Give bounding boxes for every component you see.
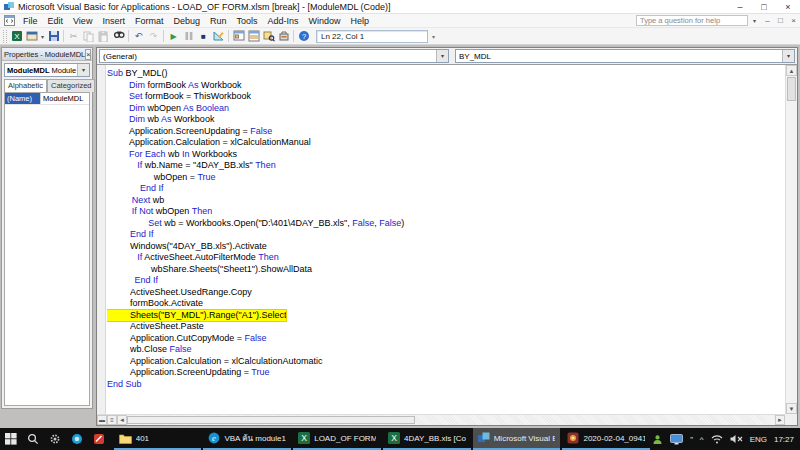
view-excel-icon[interactable]: X <box>9 29 24 44</box>
ime-quotes-icon[interactable]: ” <box>690 435 693 444</box>
insert-userform-icon[interactable] <box>24 29 39 44</box>
scroll-down-icon[interactable]: ▼ <box>786 403 797 414</box>
code-line[interactable]: End If <box>107 183 785 195</box>
help-icon[interactable]: ? <box>296 29 311 44</box>
menu-format[interactable]: Format <box>130 14 169 28</box>
settings-gear-icon[interactable] <box>44 428 66 450</box>
code-line[interactable]: Application.Calculation = xlCalculationA… <box>107 356 785 368</box>
code-line[interactable]: Next wb <box>107 195 785 207</box>
child-restore-icon[interactable]: □ <box>774 14 787 28</box>
vertical-scroll-thumb[interactable] <box>787 77 796 101</box>
properties-window-icon[interactable] <box>246 29 261 44</box>
network-icon[interactable] <box>711 434 723 444</box>
code-line[interactable]: wbShare.Sheets("Sheet1").ShowAllData <box>107 264 785 276</box>
code-editor[interactable]: Sub BY_MDL()Dim formBook As WorkbookSet … <box>107 65 785 414</box>
tray-expand-chevron-icon[interactable]: ^ <box>700 435 704 444</box>
object-dropdown[interactable]: (General) ▾ <box>99 49 449 63</box>
code-line[interactable]: Application.CutCopyMode = False <box>107 333 785 345</box>
toolbox-icon[interactable] <box>276 29 291 44</box>
scroll-left-icon[interactable]: ◄ <box>117 415 127 425</box>
code-line[interactable]: wbOpen = True <box>107 172 785 184</box>
display-icon[interactable] <box>670 434 683 445</box>
property-value-cell[interactable]: ModuleMDL <box>41 93 89 104</box>
help-search-input[interactable]: Type a question for help <box>636 15 748 26</box>
margin-indicator-bar[interactable] <box>97 65 106 414</box>
taskbar-item-photo-viewer[interactable]: 2020-02-04_094142.jp... <box>562 428 650 450</box>
object-selector-dropdown-icon[interactable]: ▾ <box>77 64 89 76</box>
code-line[interactable]: Set formBook = ThisWorkbook <box>107 91 785 103</box>
property-row[interactable]: (Name) ModuleMDL <box>5 93 89 105</box>
code-line[interactable]: ActiveSheet.Paste <box>107 321 785 333</box>
menu-insert[interactable]: Insert <box>97 14 130 28</box>
menu-file[interactable]: File <box>18 14 43 28</box>
clock[interactable]: 17:27 <box>774 435 794 444</box>
tab-alphabetic[interactable]: Alphabetic <box>4 79 47 92</box>
people-icon[interactable] <box>652 434 663 445</box>
code-line[interactable]: End Sub <box>107 379 785 391</box>
pinned-app-red-icon[interactable] <box>88 428 110 450</box>
copy-icon[interactable] <box>81 29 96 44</box>
code-line[interactable]: End If <box>107 275 785 287</box>
code-line[interactable]: Set wb = Workbooks.Open("D:\401\4DAY_BB.… <box>107 218 785 230</box>
close-icon[interactable]: × <box>776 0 800 13</box>
code-line[interactable]: Sub BY_MDL() <box>107 68 785 80</box>
menu-run[interactable]: Run <box>205 14 232 28</box>
menu-edit[interactable]: Edit <box>43 14 69 28</box>
pinned-app-blue-icon[interactable] <box>66 428 88 450</box>
properties-panel-header[interactable]: Properties - ModuleMDL × <box>2 48 92 61</box>
object-browser-icon[interactable] <box>261 29 276 44</box>
menu-tools[interactable]: Tools <box>231 14 262 28</box>
full-module-view-icon[interactable]: ≡ <box>107 415 117 425</box>
menu-help[interactable]: Help <box>346 14 375 28</box>
toolbar-grip[interactable] <box>3 30 7 43</box>
code-line[interactable]: For Each wb In Workbooks <box>107 149 785 161</box>
code-line[interactable]: Dim wb As Workbook <box>107 114 785 126</box>
undo-icon[interactable]: ↶ <box>131 29 146 44</box>
help-dropdown-icon[interactable]: ▾ <box>748 14 761 28</box>
reset-icon[interactable]: ■ <box>196 29 211 44</box>
design-mode-icon[interactable] <box>211 29 226 44</box>
vertical-scroll-track[interactable] <box>786 102 797 403</box>
taskbar-item-edge-browser[interactable]: e VBA ค้น module1 และ... <box>203 428 291 450</box>
minimize-icon[interactable]: – <box>728 0 752 13</box>
code-line[interactable]: wb.Close False <box>107 344 785 356</box>
project-explorer-icon[interactable] <box>231 29 246 44</box>
procedure-view-icon[interactable]: ▬ <box>97 415 107 425</box>
toolbar-options-icon[interactable]: ▾ <box>432 33 435 40</box>
horizontal-scroll-track[interactable] <box>415 415 775 425</box>
maximize-icon[interactable]: □ <box>752 0 776 13</box>
volume-muted-icon[interactable] <box>730 434 743 444</box>
code-line[interactable]: If ActiveSheet.AutoFilterMode Then <box>107 252 785 264</box>
break-icon[interactable] <box>181 29 196 44</box>
insert-dropdown-icon[interactable]: ▾ <box>39 33 46 40</box>
paste-icon[interactable] <box>96 29 111 44</box>
child-minimize-icon[interactable]: – <box>761 14 774 28</box>
code-line[interactable]: Sheets("BY_MDL").Range("A1").Select <box>107 310 785 322</box>
horizontal-scroll-thumb[interactable] <box>127 416 415 424</box>
code-line[interactable]: Application.Calculation = xlCalculationM… <box>107 137 785 149</box>
code-line[interactable]: Dim wbOpen As Boolean <box>107 103 785 115</box>
menu-view[interactable]: View <box>68 14 97 28</box>
language-indicator[interactable]: ENG <box>750 435 767 444</box>
procedure-dropdown-icon[interactable]: ▾ <box>782 50 794 62</box>
scroll-right-icon[interactable]: ► <box>775 415 785 425</box>
object-dropdown-icon[interactable]: ▾ <box>436 50 448 62</box>
menu-addins[interactable]: Add-Ins <box>262 14 303 28</box>
cut-icon[interactable]: ✂ <box>66 29 81 44</box>
search-icon[interactable] <box>22 428 44 450</box>
child-close-icon[interactable]: × <box>787 14 800 28</box>
menu-window[interactable]: Window <box>304 14 346 28</box>
tab-categorized[interactable]: Categorized <box>47 79 95 92</box>
scroll-up-icon[interactable]: ▲ <box>786 65 797 76</box>
code-line[interactable]: Application.ScreenUpdating = False <box>107 126 785 138</box>
find-icon[interactable] <box>111 29 126 44</box>
code-line[interactable]: Dim formBook As Workbook <box>107 80 785 92</box>
vertical-scrollbar[interactable]: ▲ ▼ <box>785 65 797 414</box>
save-icon[interactable] <box>46 29 61 44</box>
code-line[interactable]: Application.ScreenUpdating = True <box>107 367 785 379</box>
code-line[interactable]: End If <box>107 229 785 241</box>
code-line[interactable]: ActiveSheet.UsedRange.Copy <box>107 287 785 299</box>
taskbar-item-vba-editor[interactable]: Microsoft Visual Basi... <box>473 428 561 450</box>
taskbar-item-folder-401[interactable]: 401 <box>114 428 202 450</box>
taskbar-item-excel-loadofform[interactable]: X LOAD_OF FORM.xlsm <box>293 428 381 450</box>
